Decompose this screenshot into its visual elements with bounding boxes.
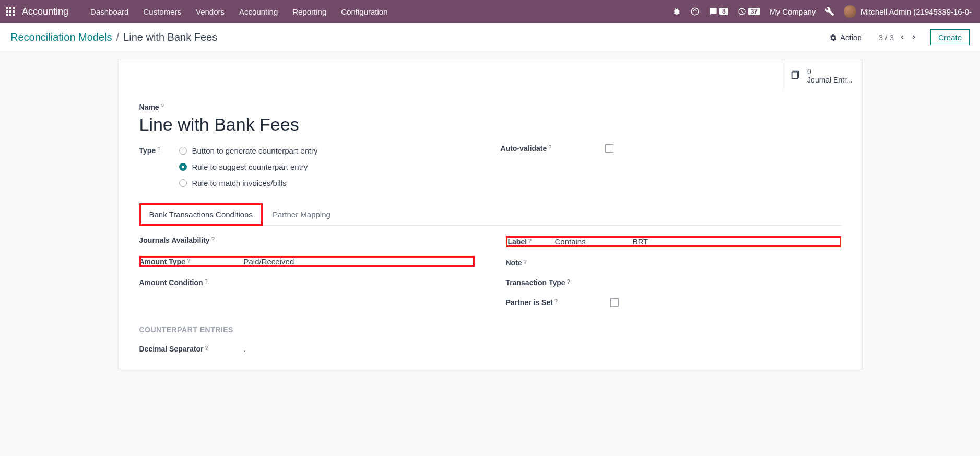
type-option-button[interactable]: Button to generate counterpart entry: [179, 146, 318, 155]
pager-next-icon[interactable]: [911, 33, 917, 42]
type-option-label: Button to generate counterpart entry: [192, 146, 318, 155]
svg-rect-7: [9, 14, 11, 16]
content-area: 0 Journal Entr... Name? Line with Bank F…: [0, 52, 980, 390]
radio-icon: [179, 179, 187, 187]
nav-accounting[interactable]: Accounting: [232, 2, 285, 21]
partner-is-set-checkbox[interactable]: [610, 298, 619, 307]
name-label: Name?: [139, 103, 164, 111]
help-icon[interactable]: ?: [524, 259, 527, 265]
help-icon[interactable]: ?: [554, 298, 558, 305]
debug-icon[interactable]: [672, 7, 681, 16]
label-value[interactable]: BRT: [633, 237, 648, 246]
top-nav: Accounting Dashboard Customers Vendors A…: [0, 0, 980, 23]
label-field: Label? Contains BRT: [506, 236, 841, 247]
avatar: [844, 5, 856, 18]
name-value[interactable]: Line with Bank Fees: [139, 114, 841, 135]
nav-dashboard[interactable]: Dashboard: [83, 2, 136, 21]
type-option-label: Rule to match invoices/bills: [192, 179, 287, 188]
form-card: 0 Journal Entr... Name? Line with Bank F…: [118, 60, 863, 369]
messages-badge: 8: [719, 8, 728, 15]
book-icon: [789, 69, 801, 83]
pager-count: 3 / 3: [879, 33, 894, 42]
type-option-suggest[interactable]: Rule to suggest counterpart entry: [179, 162, 318, 171]
breadcrumb: Reconciliation Models / Line with Bank F…: [10, 31, 217, 43]
auto-validate-label: Auto-validate?: [501, 144, 589, 153]
svg-rect-8: [13, 14, 15, 16]
decimal-separator-field: Decimal Separator? .: [139, 344, 841, 353]
label-label: Label?: [508, 238, 539, 246]
tab-partner-mapping[interactable]: Partner Mapping: [263, 203, 340, 225]
help-icon[interactable]: ?: [205, 278, 208, 285]
svg-rect-3: [6, 10, 8, 13]
breadcrumb-sep: /: [116, 31, 120, 43]
help-icon[interactable]: ?: [187, 258, 190, 264]
type-option-match[interactable]: Rule to match invoices/bills: [179, 179, 318, 188]
help-icon[interactable]: ?: [528, 238, 532, 244]
help-icon[interactable]: ?: [567, 278, 570, 285]
nav-vendors[interactable]: Vendors: [188, 2, 232, 21]
radio-icon: [179, 147, 187, 155]
journals-availability-field: Journals Availability?: [139, 236, 475, 244]
action-menu[interactable]: Action: [830, 33, 862, 42]
radio-icon: [179, 163, 187, 171]
nav-right: 8 37 My Company Mitchell Admin (21945339…: [672, 5, 976, 18]
action-label: Action: [840, 33, 862, 42]
auto-validate-field: Auto-validate?: [501, 144, 841, 153]
svg-rect-5: [13, 10, 15, 13]
messages-icon[interactable]: 8: [709, 7, 728, 16]
pager-prev-icon[interactable]: [899, 33, 905, 42]
nav-reporting[interactable]: Reporting: [285, 2, 334, 21]
transaction-type-label: Transaction Type?: [506, 278, 595, 287]
nav-links: Dashboard Customers Vendors Accounting R…: [83, 2, 395, 21]
type-option-label: Rule to suggest counterpart entry: [192, 162, 308, 171]
svg-point-9: [691, 8, 699, 15]
transaction-type-field: Transaction Type?: [506, 278, 841, 287]
partner-is-set-field: Partner is Set?: [506, 298, 841, 307]
counterpart-section-header: COUNTERPART ENTRIES: [139, 325, 841, 334]
note-label: Note?: [506, 259, 595, 267]
apps-icon[interactable]: [4, 5, 17, 18]
help-icon[interactable]: ?: [157, 146, 160, 153]
name-field: Name? Line with Bank Fees: [139, 103, 841, 135]
auto-validate-checkbox[interactable]: [605, 144, 613, 153]
type-field: Type? Button to generate counterpart ent…: [139, 146, 480, 188]
company-switcher[interactable]: My Company: [770, 7, 816, 16]
tools-icon[interactable]: [825, 7, 834, 16]
user-menu[interactable]: Mitchell Admin (21945339-16-0-: [844, 5, 972, 18]
conditions-panel: Journals Availability? Amount Type? Paid…: [139, 236, 841, 307]
amount-type-label: Amount Type?: [139, 258, 228, 266]
decimal-separator-value[interactable]: .: [244, 344, 246, 353]
help-icon[interactable]: ?: [211, 236, 215, 242]
breadcrumb-parent[interactable]: Reconciliation Models: [10, 31, 112, 43]
help-icon[interactable]: ?: [161, 103, 164, 109]
help-icon[interactable]: ?: [548, 144, 551, 150]
nav-customers[interactable]: Customers: [136, 2, 188, 21]
tabs: Bank Transactions Conditions Partner Map…: [139, 203, 841, 226]
partner-is-set-label: Partner is Set?: [506, 298, 595, 307]
smart-button-journal-entries[interactable]: 0 Journal Entr...: [782, 60, 861, 91]
amount-type-value[interactable]: Paid/Received: [244, 257, 294, 266]
note-field: Note?: [506, 259, 841, 267]
amount-type-field: Amount Type? Paid/Received: [139, 256, 475, 267]
activities-icon[interactable]: 37: [738, 7, 760, 16]
journals-availability-label: Journals Availability?: [139, 236, 228, 244]
user-name: Mitchell Admin (21945339-16-0-: [860, 7, 972, 16]
page-header: Reconciliation Models / Line with Bank F…: [0, 23, 980, 52]
nav-configuration[interactable]: Configuration: [334, 2, 395, 21]
help-icon[interactable]: ?: [205, 345, 208, 351]
support-icon[interactable]: [690, 7, 700, 16]
type-label: Type?: [139, 146, 169, 155]
svg-rect-0: [6, 7, 8, 9]
svg-rect-2: [13, 7, 15, 9]
decimal-separator-label: Decimal Separator?: [139, 345, 228, 353]
tab-bank-transactions-conditions[interactable]: Bank Transactions Conditions: [139, 203, 263, 226]
breadcrumb-current: Line with Bank Fees: [123, 31, 217, 43]
smart-button-label: Journal Entr...: [807, 76, 852, 84]
smart-button-count: 0: [807, 67, 852, 76]
amount-condition-field: Amount Condition?: [139, 278, 475, 287]
brand-label[interactable]: Accounting: [22, 6, 68, 17]
pager: 3 / 3: [879, 33, 917, 42]
label-operator[interactable]: Contains: [555, 237, 586, 246]
svg-rect-4: [9, 10, 11, 13]
create-button[interactable]: Create: [930, 29, 970, 45]
